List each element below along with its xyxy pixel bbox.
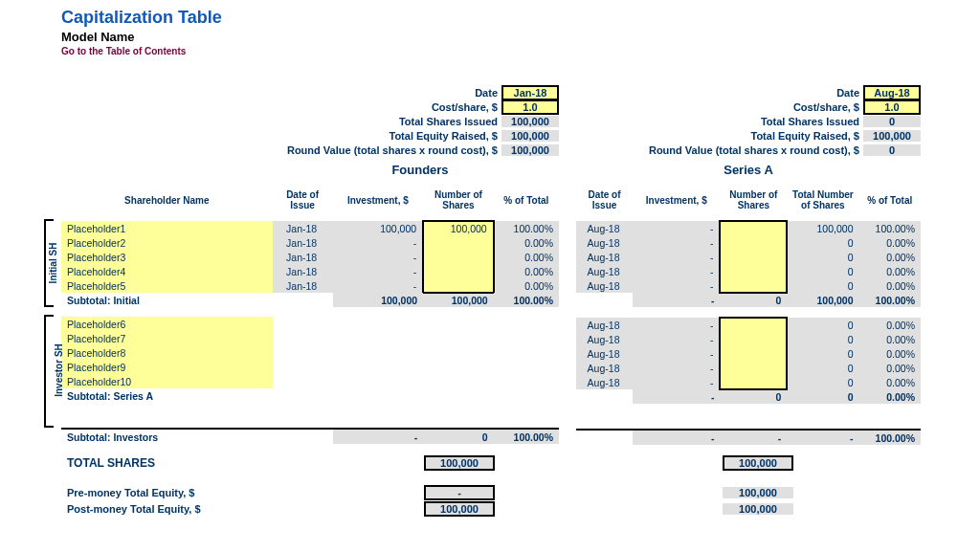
sub-investors-series-a: ---100.00%	[576, 431, 921, 445]
shares-input[interactable]	[720, 264, 787, 278]
label-rv: Round Value (total shares x round cost),…	[649, 144, 863, 156]
toc-link[interactable]: Go to the Table of Contents	[61, 46, 972, 56]
founders-cost[interactable]: 1.0	[501, 99, 559, 115]
sh-name[interactable]: Placeholder10	[61, 374, 273, 388]
shares-input[interactable]	[423, 235, 494, 250]
series-a-total-shares: 100,000	[723, 455, 793, 471]
table-row: Aug-18-00.00%	[576, 361, 921, 375]
founders-pre-money: -	[424, 485, 495, 500]
sh-name[interactable]: Placeholder7	[61, 331, 273, 345]
subtotal-initial-row: Subtotal: Initial100,000100,000100.00%	[61, 293, 559, 307]
table-row: Placeholder8	[61, 345, 559, 360]
sh-name[interactable]: Placeholder5	[61, 278, 273, 293]
series-a-cost[interactable]: 1.0	[863, 99, 921, 115]
table-row: Aug-18-00.00%	[576, 346, 921, 361]
subtotal-investors-row: Subtotal: Investors-0100.00%	[61, 430, 559, 444]
series-a-date[interactable]: Aug-18	[863, 85, 921, 100]
founders-rv: 100,000	[501, 144, 559, 156]
shares-input[interactable]	[423, 278, 494, 293]
founders-post-money: 100,000	[424, 501, 495, 517]
table-row: Placeholder1Jan-18100,000100,000100.00%	[61, 221, 559, 235]
investor-sh-label: Investor SH	[54, 343, 64, 397]
model-name: Model Name	[61, 30, 972, 44]
series-a-investor-table: Aug-18-00.00% Aug-18-00.00% Aug-18-00.00…	[576, 317, 921, 404]
col-doi: Date of Issue	[273, 179, 333, 221]
shares-input[interactable]	[720, 361, 787, 375]
label-tsi: Total Shares Issued	[761, 116, 863, 127]
table-row: Aug-18-00.00%	[576, 235, 921, 250]
sh-name[interactable]: Placeholder4	[61, 264, 273, 278]
table-row: Aug-18-00.00%	[576, 264, 921, 278]
founders-date[interactable]: Jan-18	[501, 85, 559, 100]
shares-input[interactable]	[720, 375, 787, 389]
col-investment: Investment, $	[333, 179, 424, 221]
table-row: Placeholder9	[61, 360, 559, 374]
table-row: Placeholder6	[61, 317, 559, 331]
table-row: Placeholder7	[61, 331, 559, 345]
subtotal-investors-label: Subtotal: Investors	[61, 430, 273, 444]
sh-name[interactable]: Placeholder6	[61, 317, 273, 331]
col-shares: Number of Shares	[720, 179, 787, 221]
shares-input[interactable]	[720, 250, 787, 264]
initial-sh-label: Initial SH	[48, 243, 58, 284]
col-investment: Investment, $	[633, 179, 720, 221]
sub-investors-founders: Subtotal: Investors-0100.00%	[61, 430, 559, 444]
founders-header: Founders	[281, 163, 559, 177]
sh-name[interactable]: Placeholder1	[61, 221, 273, 235]
col-doi: Date of Issue	[576, 179, 633, 221]
table-row: Placeholder10	[61, 374, 559, 388]
table-row: Aug-18-00.00%	[576, 375, 921, 389]
col-tshares: Total Number of Shares	[787, 179, 858, 221]
table-row: Placeholder2Jan-18-0.00%	[61, 235, 559, 250]
subtotal-series-a-row: Subtotal: Series A	[61, 388, 559, 403]
series-a-initial-table: Date of Issue Investment, $ Number of Sh…	[576, 179, 921, 307]
label-rv: Round Value (total shares x round cost),…	[287, 144, 501, 156]
table-row: Placeholder4Jan-18-0.00%	[61, 264, 559, 278]
series-a-summary: DateAug-18 Cost/share, $1.0 Total Shares…	[576, 85, 921, 157]
shares-input[interactable]	[720, 318, 787, 332]
founders-tsi: 100,000	[501, 116, 559, 127]
sh-name[interactable]: Placeholder8	[61, 345, 273, 360]
shares-input[interactable]	[720, 278, 787, 293]
series-a-tsi: 0	[863, 116, 921, 127]
shares-input[interactable]	[720, 235, 787, 250]
label-tsi: Total Shares Issued	[399, 116, 501, 127]
founders-total-shares: 100,000	[424, 455, 495, 471]
label-ter: Total Equity Raised, $	[390, 130, 502, 142]
series-a-post-money: 100,000	[723, 503, 793, 515]
series-a-ter: 100,000	[863, 130, 921, 142]
col-pct: % of Total	[494, 179, 559, 221]
shares-input[interactable]: 100,000	[423, 221, 494, 235]
subtotal-series-a-row-sa: -000.00%	[576, 389, 921, 404]
founders-table: Shareholder Name Date of Issue Investmen…	[61, 179, 559, 307]
investor-names-table: Placeholder6 Placeholder7 Placeholder8 P…	[61, 317, 559, 403]
shares-input[interactable]	[423, 250, 494, 264]
subtotal-initial-label: Subtotal: Initial	[61, 293, 273, 307]
shares-input[interactable]	[720, 221, 787, 235]
post-money-label: Post-money Total Equity, $	[61, 503, 348, 515]
col-shares: Number of Shares	[423, 179, 494, 221]
total-shares-label: TOTAL SHARES	[61, 456, 348, 470]
founders-ter: 100,000	[501, 130, 559, 142]
sh-name[interactable]: Placeholder2	[61, 235, 273, 250]
col-shareholder-name: Shareholder Name	[61, 179, 273, 221]
table-row: Aug-18-00.00%	[576, 318, 921, 332]
shares-input[interactable]	[720, 346, 787, 361]
table-row: Placeholder3Jan-18-0.00%	[61, 250, 559, 264]
label-cost-share: Cost/share, $	[432, 101, 501, 113]
shares-input[interactable]	[423, 264, 494, 278]
label-date: Date	[475, 87, 501, 99]
table-row: Placeholder5Jan-18-0.00%	[61, 278, 559, 293]
sh-name[interactable]: Placeholder9	[61, 360, 273, 374]
series-a-rv: 0	[863, 144, 921, 156]
table-row: Aug-18-00.00%	[576, 278, 921, 293]
series-a-pre-money: 100,000	[723, 487, 793, 498]
shares-input[interactable]	[720, 332, 787, 346]
sh-name[interactable]: Placeholder3	[61, 250, 273, 264]
subtotal-series-a-label: Subtotal: Series A	[61, 388, 273, 403]
page-title: Capitalization Table	[61, 8, 972, 28]
pre-money-label: Pre-money Total Equity, $	[61, 487, 348, 498]
table-row: Aug-18-00.00%	[576, 250, 921, 264]
subtotal-initial-row-sa: -0100,000100.00%	[576, 293, 921, 307]
label-ter: Total Equity Raised, $	[751, 130, 864, 142]
